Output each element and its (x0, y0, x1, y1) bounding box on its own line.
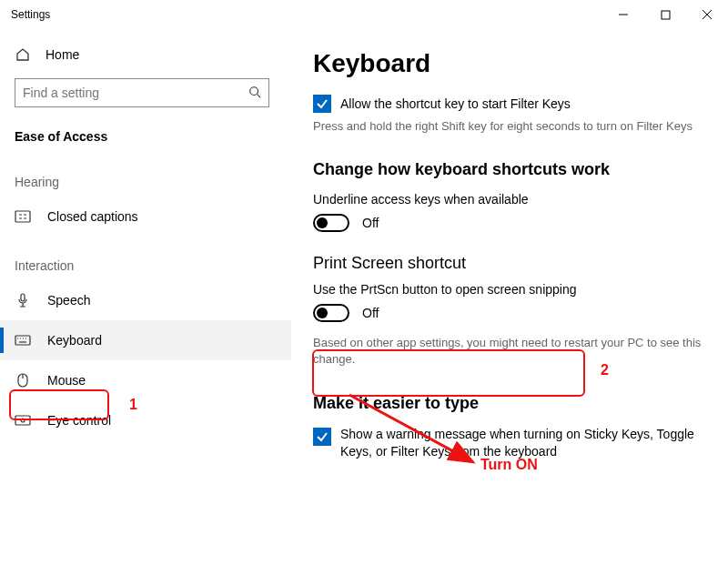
warning-checkbox-label: Show a warning message when turning on S… (340, 426, 704, 461)
close-button[interactable] (686, 0, 728, 29)
minimize-button[interactable] (602, 0, 644, 29)
sidebar-item-label: Speech (47, 293, 90, 308)
warning-checkbox-row[interactable]: Show a warning message when turning on S… (313, 426, 706, 461)
prtscn-toggle[interactable] (313, 304, 349, 322)
section-shortcuts-heading: Change how keyboard shortcuts work (313, 160, 706, 179)
svg-rect-6 (15, 211, 30, 222)
search-icon (248, 86, 261, 101)
section-printscreen-heading: Print Screen shortcut (313, 254, 706, 273)
annotation-number-1: 1 (129, 397, 137, 413)
sidebar-section-label: Ease of Access (0, 118, 291, 153)
home-icon (15, 47, 31, 62)
mouse-icon (15, 373, 31, 388)
microphone-icon (15, 293, 31, 308)
svg-rect-1 (662, 11, 670, 19)
prtscn-help-text: Based on other app settings, you might n… (313, 335, 704, 368)
page-title: Keyboard (313, 49, 706, 78)
nav-home[interactable]: Home (0, 36, 291, 73)
search-field[interactable] (23, 86, 248, 100)
sidebar-item-keyboard[interactable]: Keyboard (0, 320, 291, 360)
sidebar-item-mouse[interactable]: Mouse (0, 360, 291, 400)
sidebar-item-label: Mouse (47, 373, 86, 388)
underline-access-keys-label: Underline access keys when available (313, 192, 706, 207)
svg-rect-8 (15, 336, 30, 345)
window-title: Settings (11, 8, 50, 21)
keyboard-icon (15, 335, 31, 346)
checkbox-checked-icon[interactable] (313, 95, 331, 113)
nav-home-label: Home (46, 47, 79, 62)
content-pane: Keyboard Allow the shortcut key to start… (291, 29, 728, 575)
underline-access-keys-toggle[interactable] (313, 214, 349, 232)
svg-point-17 (21, 419, 25, 422)
annotation-number-2: 2 (601, 362, 609, 378)
checkbox-checked-icon[interactable] (313, 428, 331, 446)
filter-keys-help-text: Press and hold the right Shift key for e… (313, 118, 704, 135)
sidebar: Home Ease of Access Hearing Closed capti… (0, 29, 291, 575)
prtscn-toggle-state: Off (362, 306, 379, 320)
titlebar: Settings (0, 0, 728, 29)
svg-point-4 (250, 86, 258, 95)
filter-keys-checkbox-label: Allow the shortcut key to start Filter K… (340, 96, 571, 111)
sidebar-item-label: Closed captions (47, 209, 138, 224)
prtscn-label: Use the PrtScn button to open screen sni… (313, 282, 706, 297)
svg-rect-7 (21, 294, 25, 301)
sidebar-item-closed-captions[interactable]: Closed captions (0, 197, 291, 237)
filter-keys-checkbox-row[interactable]: Allow the shortcut key to start Filter K… (313, 95, 706, 113)
window-controls (602, 0, 728, 29)
sidebar-item-label: Eye control (47, 413, 111, 428)
svg-line-5 (258, 94, 261, 97)
svg-rect-16 (15, 416, 30, 425)
underline-toggle-state: Off (362, 216, 379, 230)
sidebar-item-speech[interactable]: Speech (0, 280, 291, 320)
section-easier-heading: Make it easier to type (313, 394, 706, 413)
maximize-button[interactable] (644, 0, 686, 29)
closed-captions-icon (15, 210, 31, 223)
annotation-turn-on-label: Turn ON (480, 457, 538, 473)
search-input[interactable] (15, 78, 269, 107)
group-hearing-label: Hearing (0, 153, 291, 197)
sidebar-item-eye-control[interactable]: Eye control (0, 400, 291, 440)
group-interaction-label: Interaction (0, 237, 291, 280)
eye-control-icon (15, 414, 31, 427)
sidebar-item-label: Keyboard (47, 333, 102, 348)
